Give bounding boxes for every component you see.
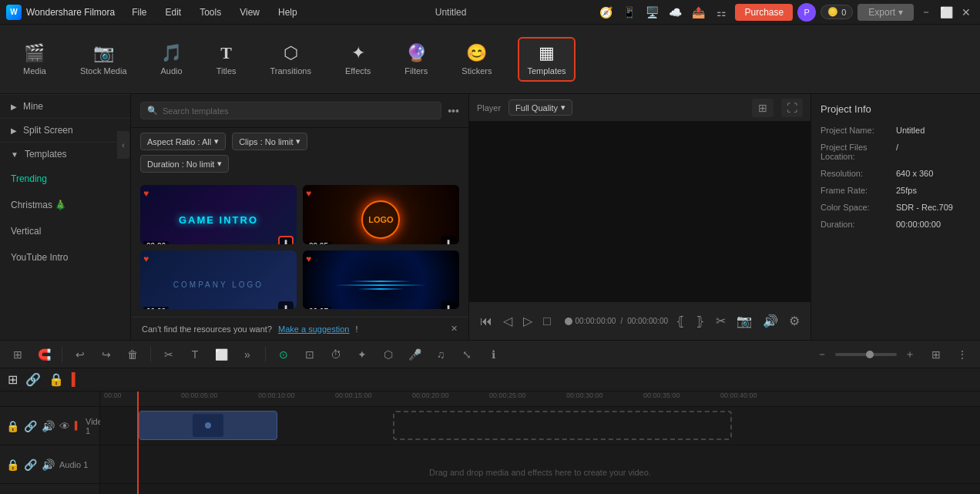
template-card-company[interactable]: COMPANY LOGO ♥ 00:08 ⬇ Company Intro — [140, 250, 297, 310]
audio-link-icon[interactable]: 🔗 — [24, 459, 37, 471]
tl-text-button[interactable]: T — [185, 344, 205, 365]
search-box[interactable]: 🔍 Search templates — [140, 102, 441, 119]
category-christmas[interactable]: Christmas 🎄 — [0, 192, 130, 218]
video-mute-icon[interactable]: 🔊 — [42, 420, 55, 432]
tool-filters[interactable]: 🔮 Filters — [397, 39, 435, 80]
tool-audio[interactable]: 🎵 Audio — [153, 39, 190, 80]
tool-templates[interactable]: ▦ Templates — [518, 37, 575, 82]
tl-layout-button[interactable]: ⊞ — [8, 344, 28, 365]
download-btn-blue[interactable]: ⬇ — [441, 301, 456, 310]
skip-back-button[interactable]: ⏮ — [477, 311, 495, 331]
duration-filter[interactable]: Duration : No limit ▾ — [140, 155, 229, 173]
cloud-icon[interactable]: ☁️ — [666, 3, 684, 22]
tl-transform-button[interactable]: ⊡ — [300, 344, 320, 365]
tl-undo-button[interactable]: ↩ — [70, 344, 90, 365]
more-button[interactable]: ••• — [448, 105, 459, 117]
template-card-logo-reveal[interactable]: LOGO ♥ 00:05 ⬇ Modern Logo Reveal 09 — [303, 185, 459, 244]
category-trending[interactable]: Trending — [0, 166, 130, 192]
menu-view[interactable]: View — [232, 4, 267, 21]
tl-speed-button[interactable]: ⏱ — [326, 344, 346, 365]
grid-view-button[interactable]: ⊞ — [752, 99, 774, 117]
tl-grid-view[interactable]: ⊞ — [926, 344, 946, 365]
mark-out-button[interactable]: ⦄ — [693, 311, 708, 331]
video-lock-icon[interactable]: 🔒 — [6, 420, 19, 432]
video-clip[interactable] — [139, 411, 277, 440]
audio-meter[interactable]: 🔊 — [760, 311, 781, 331]
tl-motion-button[interactable]: ⤡ — [457, 344, 477, 365]
fullscreen-button[interactable]: ⛶ — [781, 99, 803, 117]
audio-lock-icon[interactable]: 🔒 — [6, 459, 19, 471]
mark-in-button[interactable]: ⦃ — [673, 311, 688, 331]
menu-help[interactable]: Help — [270, 4, 305, 21]
template-card-blue-particles[interactable]: ♥ 00:07 ⬇ Blue Particles — [303, 250, 459, 310]
audio-mute-icon[interactable]: 🔊 — [42, 459, 55, 471]
tl-magnet-button[interactable]: 🧲 — [34, 344, 54, 365]
add-track-icon[interactable]: ⊞ — [8, 372, 18, 387]
video-eye-icon[interactable]: 👁 — [59, 420, 70, 432]
template-card-game-intro[interactable]: GAME INTRO ♥ 00:06 ⬇ Intro Gaming Opener… — [140, 185, 297, 244]
add-audio-icon[interactable]: 🔗 — [25, 372, 41, 387]
section-split-screen[interactable]: ▶ Split Screen — [0, 118, 130, 142]
suggestion-link[interactable]: Make a suggestion — [278, 324, 349, 334]
frame-forward-button[interactable]: □ — [540, 311, 554, 331]
profile-avatar[interactable]: P — [797, 3, 816, 22]
tl-ripple-button[interactable]: ⊙ — [274, 344, 294, 365]
playhead[interactable] — [137, 392, 139, 494]
split-button[interactable]: ✂ — [713, 311, 729, 331]
close-button[interactable]: ✕ — [958, 5, 974, 20]
monitor-icon[interactable]: 🖥️ — [643, 3, 661, 22]
section-mine[interactable]: ▶ Mine — [0, 94, 130, 118]
purchase-button[interactable]: Purchase — [735, 4, 793, 21]
nav-icon[interactable]: 🧭 — [596, 3, 615, 22]
aspect-ratio-filter[interactable]: Aspect Ratio : All ▾ — [140, 133, 226, 150]
tool-stock-media[interactable]: 📷 Stock Media — [72, 39, 135, 80]
menu-tools[interactable]: Tools — [192, 4, 229, 21]
category-youtube-intro[interactable]: YouTube Intro — [0, 244, 130, 271]
tl-clip-info[interactable]: ℹ — [483, 344, 503, 365]
zoom-in-button[interactable]: ＋ — [900, 344, 920, 365]
quality-dropdown[interactable]: Full Quality ▾ — [508, 99, 572, 116]
video-link-icon[interactable]: 🔗 — [24, 420, 37, 432]
drop-zone[interactable] — [393, 411, 732, 440]
tl-ai-button[interactable]: ✦ — [352, 344, 372, 365]
settings-more[interactable]: ⚙ — [786, 311, 803, 331]
download-btn-logo[interactable]: ⬇ — [441, 236, 456, 244]
menu-file[interactable]: File — [124, 4, 154, 21]
zoom-out-button[interactable]: － — [812, 344, 832, 365]
menu-edit[interactable]: Edit — [158, 4, 190, 21]
tool-stickers[interactable]: 😊 Stickers — [454, 39, 499, 80]
tl-cut-button[interactable]: ✂ — [159, 344, 179, 365]
tool-media[interactable]: 🎬 Media — [15, 39, 54, 80]
minimize-button[interactable]: － — [918, 5, 934, 20]
panel-collapse-button[interactable]: ‹ — [117, 131, 129, 159]
tl-crop-button[interactable]: ⬜ — [211, 344, 231, 365]
tl-delete-button[interactable]: 🗑 — [123, 344, 143, 365]
tl-audio-btn[interactable]: ♫ — [431, 344, 451, 365]
download-btn-company[interactable]: ⬇ — [278, 301, 294, 310]
play-button[interactable]: ▷ — [520, 311, 535, 331]
track-color-icon[interactable]: ▍ — [72, 372, 81, 387]
tl-mask-button[interactable]: ⬡ — [378, 344, 398, 365]
titles-icon: T — [220, 43, 232, 63]
clips-filter[interactable]: Clips : No limit ▾ — [232, 133, 307, 150]
grid-icon[interactable]: ⚏ — [712, 3, 730, 22]
download-btn-game[interactable]: ⬇ — [278, 236, 294, 244]
share-icon[interactable]: 📤 — [689, 3, 707, 22]
zoom-slider[interactable] — [835, 353, 897, 356]
frame-back-button[interactable]: ◁ — [500, 311, 515, 331]
tl-redo-button[interactable]: ↪ — [96, 344, 116, 365]
tl-mic-button[interactable]: 🎤 — [404, 344, 425, 365]
track-link-icon[interactable]: 🔒 — [49, 372, 64, 387]
tool-transitions[interactable]: ⬡ Transitions — [263, 39, 319, 80]
section-templates[interactable]: ▼ Templates — [0, 142, 130, 166]
suggestion-close-button[interactable]: ✕ — [451, 324, 458, 334]
tool-effects[interactable]: ✦ Effects — [337, 39, 378, 80]
export-button[interactable]: Export ▾ — [858, 4, 914, 21]
screen-icon[interactable]: 📱 — [619, 3, 638, 22]
tool-titles[interactable]: T Titles — [209, 39, 244, 80]
maximize-button[interactable]: ⬜ — [938, 5, 954, 20]
camera-button[interactable]: 📷 — [733, 311, 755, 331]
category-vertical[interactable]: Vertical — [0, 218, 130, 244]
tl-more-button[interactable]: » — [237, 344, 257, 365]
tl-more-options[interactable]: ⋮ — [952, 344, 972, 365]
